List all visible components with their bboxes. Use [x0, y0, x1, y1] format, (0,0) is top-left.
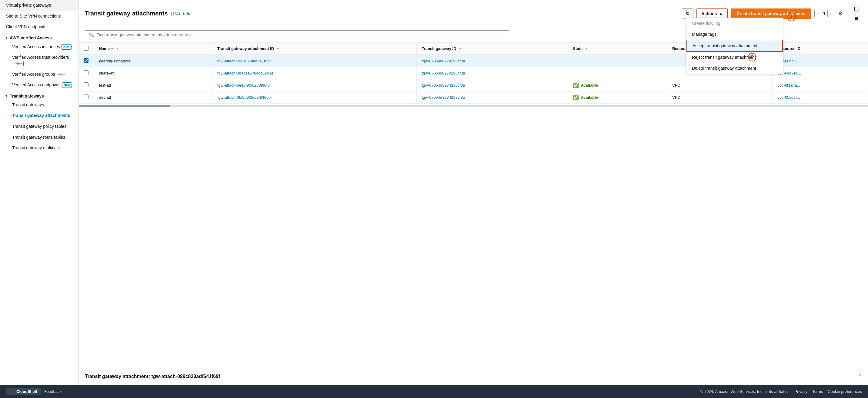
- select-all-checkbox[interactable]: [84, 46, 89, 51]
- sidebar-item-vai[interactable]: Verified Access instancesNew: [6, 41, 79, 53]
- td-state-0: [568, 55, 668, 67]
- sort-icon-gw[interactable]: ▼: [459, 47, 462, 50]
- row-checkbox-0[interactable]: [84, 58, 89, 63]
- th-gateway-id: Transit gateway ID ▼: [417, 43, 568, 55]
- td-attachment-id-3: tgw-attach-0fa9b6f3e62f8465b: [212, 92, 416, 104]
- td-resource-type-2: VPC: [667, 79, 772, 92]
- badge-new-vae: New: [62, 82, 72, 88]
- copyright-text: © 2024, Amazon Web Services, Inc. or its…: [701, 389, 790, 394]
- privacy-link[interactable]: Privacy: [794, 389, 807, 394]
- edit-icon[interactable]: ✏: [111, 47, 114, 51]
- sidebar-item-tgw-routes[interactable]: Transit gateway route tables: [6, 132, 79, 143]
- attachment-id-link-0[interactable]: tgw-attach-099c823adf641f69f: [217, 59, 271, 63]
- sidebar: Virtual private gateways Site-to-Site VP…: [0, 0, 79, 385]
- cloudshell-icon: ⬛: [10, 389, 14, 394]
- top-icon-1[interactable]: ▢: [851, 4, 862, 13]
- page-title: Transit gateway attachments (1/4) info: [85, 10, 190, 17]
- th-attachment-id: Transit gateway attachment ID ▼: [212, 43, 416, 55]
- table-settings-button[interactable]: ⚙: [836, 9, 845, 18]
- title-text: Transit gateway attachments: [85, 10, 167, 17]
- th-name: Name ✏ ▼: [94, 43, 212, 55]
- detail-title: Transit gateway attachment: tgw-attach-0…: [85, 374, 220, 379]
- attachment-id-link-1[interactable]: tgw-attach-0b4cae578c4c82b3e: [217, 71, 273, 75]
- row-checkbox-1[interactable]: [84, 70, 89, 75]
- sidebar-section-verified-access[interactable]: ▼ AWS Verified Access: [0, 32, 79, 41]
- gateway-id-link-1[interactable]: tgw-07054d8274298cf8a: [422, 71, 465, 75]
- sidebar-section-transit-gateways[interactable]: ▼ Transit gateways: [0, 91, 79, 100]
- search-icon: 🔍: [89, 32, 94, 37]
- row-checkbox-2[interactable]: [84, 82, 89, 87]
- sort-icon-state[interactable]: ▼: [585, 47, 588, 50]
- sidebar-item-tgw-attachments[interactable]: Transit gateway attachments: [6, 110, 79, 121]
- badge-new-vag: New: [57, 72, 67, 77]
- td-name-0: peering-singapore: [94, 55, 212, 67]
- td-attachment-id-2: tgw-attach-0ee3f9f56283f36f0: [212, 79, 416, 92]
- status-icon-3: ✅: [573, 95, 579, 100]
- td-attachment-id-1: tgw-attach-0b4cae578c4c82b3e: [212, 67, 416, 79]
- status-icon-2: ✅: [573, 82, 579, 88]
- info-link[interactable]: info: [183, 11, 190, 16]
- sidebar-item-vatp[interactable]: Verified Access trust providersNew: [6, 52, 79, 69]
- next-page-button[interactable]: ›: [827, 10, 834, 17]
- td-resource-id-3: vpc-05c67f...: [773, 92, 868, 104]
- create-button[interactable]: Create transit gateway attachment: [731, 8, 811, 19]
- td-name-2: test-att: [94, 79, 212, 92]
- feedback-link[interactable]: Feedback: [44, 389, 62, 394]
- terms-link[interactable]: Terms: [812, 389, 823, 394]
- step-1-indicator: 1: [787, 13, 796, 21]
- table-container: Name ✏ ▼ Transit gateway attachment ID: [79, 43, 868, 368]
- sidebar-item-vpg[interactable]: Virtual private gateways: [0, 0, 79, 11]
- page-number: 1: [823, 11, 826, 16]
- prev-page-button[interactable]: ‹: [814, 10, 821, 17]
- td-name-3: dev-att: [94, 92, 212, 104]
- sort-icon-attach[interactable]: ▼: [276, 47, 279, 50]
- dropdown-item-manage-tags[interactable]: Manage tags: [686, 29, 783, 40]
- sidebar-item-vae[interactable]: Verified Access endpointsNew: [6, 80, 79, 91]
- sidebar-item-client-vpn[interactable]: Client VPN endpoints: [0, 22, 79, 32]
- resource-id-link-2[interactable]: vpc-0f1a4a...: [777, 83, 800, 88]
- resource-id-link-3[interactable]: vpc-05c67f...: [777, 95, 800, 100]
- sidebar-item-tgw-policy[interactable]: Transit gateway policy tables: [6, 121, 79, 132]
- gateway-id-link-3[interactable]: tgw-07054d8274298cf8a: [422, 95, 465, 100]
- sidebar-item-vag[interactable]: Verified Access groupsNew: [6, 69, 79, 80]
- sidebar-item-tgw[interactable]: Transit gateways: [6, 100, 79, 110]
- cloudshell-button[interactable]: ⬛ CloudShell: [6, 388, 41, 395]
- sidebar-item-tgw-multicast[interactable]: Transit gateway multicast: [6, 143, 79, 154]
- footer: ⬛ CloudShell Feedback © 2024, Amazon Web…: [0, 385, 868, 398]
- attachment-id-link-3[interactable]: tgw-attach-0fa9b6f3e62f8465b: [217, 95, 271, 100]
- row-checkbox-3[interactable]: [84, 95, 89, 99]
- td-state-2: ✅Available: [568, 79, 668, 92]
- search-input[interactable]: [96, 32, 505, 37]
- th-checkbox: [79, 43, 94, 55]
- detail-panel: Transit gateway attachment: tgw-attach-0…: [79, 368, 868, 385]
- gateway-id-link-0[interactable]: tgw-07054d8274298cf8a: [422, 59, 465, 63]
- caret-icon: ▼: [5, 36, 8, 39]
- scroll-thumb: [79, 105, 170, 107]
- actions-label: Actions: [701, 11, 717, 16]
- table-row: dev-att tgw-attach-0fa9b6f3e62f8465b tgw…: [79, 92, 868, 104]
- actions-button[interactable]: Actions ▲: [696, 8, 728, 19]
- td-gateway-id-3: tgw-07054d8274298cf8a: [417, 92, 568, 104]
- sidebar-item-s2s-vpn[interactable]: Site-to-Site VPN connections: [0, 11, 79, 22]
- cookie-link[interactable]: Cookie preferences: [828, 389, 862, 394]
- dropdown-item-flow-log[interactable]: Create flow log: [686, 18, 783, 29]
- sort-icon-name[interactable]: ▼: [116, 47, 119, 50]
- footer-right: © 2024, Amazon Web Services, Inc. or its…: [701, 389, 862, 394]
- td-resource-type-3: VPC: [667, 92, 772, 104]
- collapse-icon[interactable]: ⌃: [858, 373, 862, 380]
- caret-icon-tgw: ▼: [5, 94, 8, 98]
- detail-panel-header[interactable]: Transit gateway attachment: tgw-attach-0…: [79, 368, 868, 385]
- scroll-bar[interactable]: [79, 105, 868, 107]
- refresh-button[interactable]: ↻: [682, 8, 693, 19]
- attachment-id-link-2[interactable]: tgw-attach-0ee3f9f56283f36f0: [217, 83, 270, 88]
- dropdown-item-reject[interactable]: Reject transit gateway attachment: [686, 52, 783, 63]
- top-icon-2[interactable]: ■: [851, 14, 862, 23]
- dropdown-item-accept[interactable]: Accept transit gateway attachment: [686, 40, 783, 52]
- td-checkbox-2: [79, 79, 94, 92]
- td-name-1: share-att: [94, 67, 212, 79]
- td-checkbox-1: [79, 67, 94, 79]
- dropdown-item-delete[interactable]: Delete transit gateway attachment: [686, 63, 783, 74]
- td-checkbox-0: [79, 55, 94, 67]
- gateway-id-link-2[interactable]: tgw-07054d8274298cf8a: [422, 83, 465, 88]
- td-checkbox-3: [79, 92, 94, 104]
